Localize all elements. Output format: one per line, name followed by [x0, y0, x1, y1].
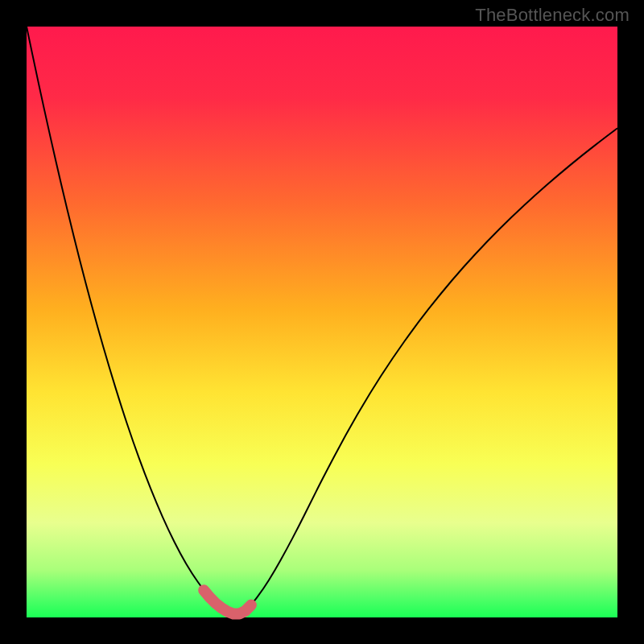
- chart-svg: [27, 27, 617, 617]
- bottleneck-curve: [27, 27, 617, 614]
- highlight-marker: [204, 590, 251, 613]
- plot-area: [27, 27, 617, 617]
- outer-frame: TheBottleneck.com: [0, 0, 644, 644]
- watermark-text: TheBottleneck.com: [475, 5, 630, 26]
